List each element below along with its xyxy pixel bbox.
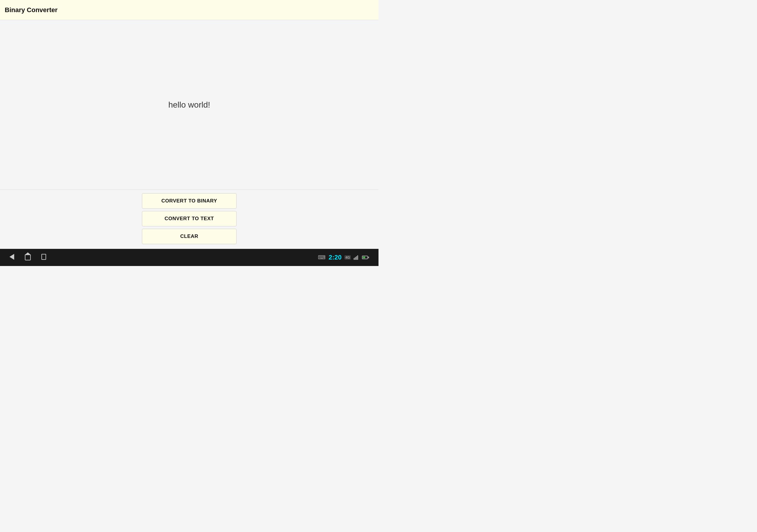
main-content: hello world! [0, 20, 378, 190]
clear-button[interactable]: CLEAR [142, 229, 237, 244]
svg-rect-2 [356, 256, 357, 260]
back-icon [10, 254, 14, 260]
signal-icon [354, 255, 359, 260]
title-bar: Binary Converter [0, 0, 378, 20]
recents-button[interactable] [42, 254, 46, 261]
keyboard-icon: ⌨ [318, 254, 325, 261]
svg-rect-1 [355, 257, 356, 260]
battery-icon [362, 256, 369, 259]
nav-4g-badge: 4G [345, 255, 351, 259]
nav-time: 2:20 [328, 253, 342, 261]
recents-icon [42, 254, 46, 260]
convert-to-binary-button[interactable]: CORVERT TO BINARY [142, 193, 237, 209]
home-button[interactable] [25, 254, 31, 262]
nav-bar: ⌨ 2:20 4G [0, 249, 378, 266]
action-bar: CORVERT TO BINARY CONVERT TO TEXT CLEAR [0, 190, 378, 249]
app-title: Binary Converter [5, 6, 58, 14]
nav-right: ⌨ 2:20 4G [318, 253, 369, 261]
convert-to-text-button[interactable]: CONVERT TO TEXT [142, 211, 237, 226]
content-text: hello world! [168, 100, 210, 110]
nav-left [10, 253, 46, 262]
svg-rect-3 [357, 255, 358, 260]
svg-rect-0 [354, 258, 354, 260]
back-button[interactable] [10, 254, 14, 261]
home-icon [25, 254, 31, 260]
